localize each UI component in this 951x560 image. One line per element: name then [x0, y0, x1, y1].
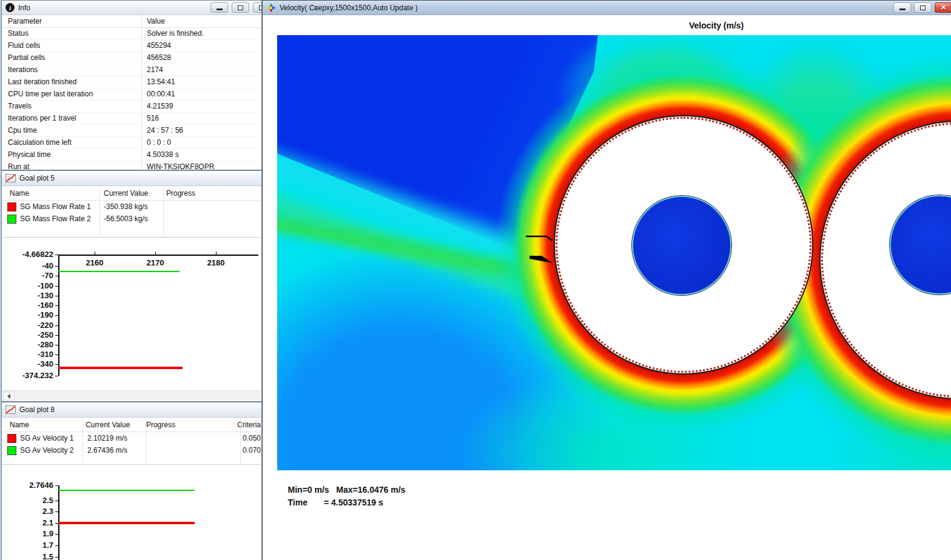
y-axis-tick-label: -100 [2, 281, 53, 291]
x-axis-tick-label: 2170 [140, 258, 170, 268]
info-table-body: StatusSolver is finished.Fluid cells4552… [2, 28, 261, 170]
plot-title: Velocity (m/s) [689, 21, 744, 30]
table-row[interactable]: CPU time per last iteration00:00:41 [2, 88, 261, 101]
time-label: Time [288, 498, 307, 507]
table-row[interactable]: Travels4.21539 [2, 101, 261, 113]
y-axis-tick [55, 355, 58, 355]
goal-name-cell: SG Mass Flow Rate 2 [2, 215, 99, 224]
table-row[interactable]: Fluid cells455294 [2, 40, 261, 52]
y-axis-tick [55, 376, 58, 376]
y-axis-tick-label: -310 [2, 350, 53, 359]
goal-plot-5-chart: -4.66822-40-70-100-130-160-190-220-250-2… [2, 237, 260, 391]
parameter-cell: Calculation time left [2, 137, 142, 148]
table-row[interactable]: Run atWIN-TKSIOKF8QPR [2, 161, 261, 170]
value-cell: 516 [142, 113, 159, 124]
column-header-current-value[interactable]: Current Value [99, 189, 163, 198]
y-axis-tick-label: -280 [2, 340, 53, 350]
y-axis-tick-label: -250 [2, 330, 53, 340]
table-row[interactable]: SG Mass Flow Rate 2-56.5003 kg/s [2, 213, 261, 225]
goal-plot-8-window: Goal plot 8 Name Current Value Progress … [1, 402, 262, 560]
info-table-header: Parameter Value [2, 15, 261, 28]
arrow-left-icon [7, 394, 10, 399]
y-axis-tick-label: 2.7646 [2, 481, 53, 490]
goal-plot-8-table-header: Name Current Value Progress Criteria [2, 418, 261, 432]
x-axis-tick [95, 252, 95, 255]
minimize-button[interactable] [893, 2, 911, 13]
info-icon: i [5, 3, 15, 12]
goal-name-label: SG Av Velocity 1 [20, 434, 74, 442]
goal-color-swatch [7, 202, 16, 212]
info-title-bar[interactable]: i Info [2, 1, 261, 15]
close-button[interactable] [253, 2, 262, 13]
goal-name-label: SG Av Velocity 2 [20, 446, 74, 455]
table-row[interactable]: SG Av Velocity 22.67436 m/s0.070 [2, 444, 261, 456]
y-axis-tick-label: 2.5 [2, 496, 53, 505]
column-header-name[interactable]: Name [2, 189, 99, 198]
goal-criteria-cell: 0.070 [240, 446, 261, 455]
close-icon: ✕ [941, 4, 946, 12]
table-row[interactable]: StatusSolver is finished. [2, 28, 261, 40]
y-axis-tick [55, 276, 58, 276]
parameter-cell: Run at [2, 161, 142, 170]
info-window-title: Info [18, 4, 30, 12]
x-axis-tick [216, 252, 217, 255]
y-axis-tick-label: -160 [2, 301, 53, 310]
goal-criteria-cell: 0.050 [240, 434, 261, 442]
column-header-name[interactable]: Name [2, 421, 81, 429]
table-row[interactable]: SG Mass Flow Rate 1-350.938 kg/s [2, 201, 261, 213]
chart-plot-area [58, 255, 258, 376]
y-axis-tick [55, 296, 58, 296]
column-header-parameter[interactable]: Parameter [2, 17, 142, 25]
minimize-icon [217, 8, 223, 10]
column-header-criteria[interactable]: Criteria [235, 421, 261, 429]
time-value: = 4.50337519 s [324, 498, 383, 507]
column-header-current-value[interactable]: Current Value [81, 421, 143, 429]
column-header-value[interactable]: Value [142, 17, 165, 25]
table-row[interactable]: Iterations2174 [2, 64, 261, 76]
goal-plot-5-table-body: SG Mass Flow Rate 1-350.938 kg/sSG Mass … [2, 201, 261, 225]
parameter-cell: Iterations per 1 travel [2, 113, 142, 124]
y-axis-tick [55, 512, 58, 512]
y-axis-tick [55, 534, 58, 535]
goal-name-cell: SG Av Velocity 1 [2, 434, 82, 443]
goal-current-value-cell: 2.67436 m/s [82, 446, 146, 455]
y-axis-tick-label: 1.9 [2, 529, 53, 539]
value-cell: 2174 [142, 64, 163, 76]
value-cell: 24 : 57 : 56 [142, 125, 183, 136]
table-row[interactable]: Last iteration finished13:54:41 [2, 76, 261, 88]
cylinder-1-inner-tube [632, 196, 731, 295]
goal-current-value-cell: 2.10219 m/s [82, 434, 146, 442]
table-row[interactable]: Iterations per 1 travel516 [2, 113, 261, 125]
table-row[interactable]: Cpu time24 : 57 : 56 [2, 125, 261, 137]
parameter-cell: Status [2, 28, 142, 39]
y-axis-tick-label: -40 [2, 261, 53, 271]
info-window: i Info Parameter Value StatusSolver is f… [1, 0, 262, 170]
table-row[interactable]: Partial cells456528 [2, 52, 261, 64]
restore-button[interactable] [232, 2, 249, 13]
goal-plot-8-title-bar[interactable]: Goal plot 8 [2, 402, 261, 418]
parameter-cell: Physical time [2, 149, 142, 161]
goal-plot-icon [5, 405, 16, 414]
column-header-progress[interactable]: Progress [143, 421, 235, 429]
restore-button[interactable] [914, 2, 932, 13]
table-row[interactable]: SG Av Velocity 12.10219 m/s0.050 [2, 432, 261, 444]
scroll-left-button[interactable] [3, 392, 15, 401]
y-axis-tick-label: 2.3 [2, 507, 53, 516]
close-button[interactable]: ✕ [935, 2, 951, 13]
horizontal-scrollbar[interactable] [2, 390, 261, 400]
goal-plot-5-title-bar[interactable]: Goal plot 5 [2, 171, 261, 186]
column-header-progress[interactable]: Progress [163, 189, 261, 198]
table-row[interactable]: Physical time4.50338 s [2, 149, 261, 161]
goal-name-cell: SG Av Velocity 2 [2, 446, 82, 455]
goal-current-value-cell: -56.5003 kg/s [99, 215, 163, 223]
value-cell: 0 : 0 : 0 [142, 137, 171, 148]
table-row[interactable]: Calculation time left0 : 0 : 0 [2, 137, 261, 149]
y-axis-tick [55, 335, 58, 336]
series-line [58, 367, 183, 369]
velocity-title-bar[interactable]: Velocity( Сверху,1500x1500,Auto Update )… [263, 1, 951, 15]
parameter-cell: Iterations [2, 64, 142, 76]
y-axis-tick-label: -340 [2, 359, 53, 369]
series-line [58, 522, 195, 524]
minimize-button[interactable] [210, 2, 228, 13]
series-line [58, 490, 195, 491]
